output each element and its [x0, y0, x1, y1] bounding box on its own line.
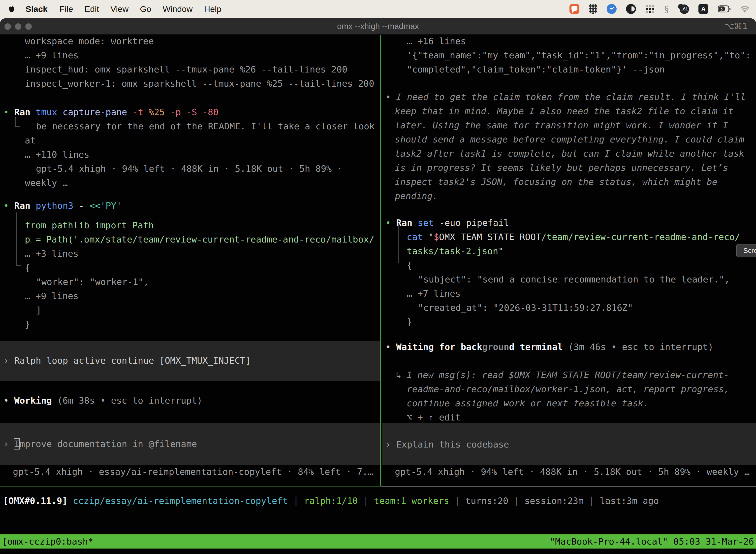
thinking-text: task2 after task1 is complete, but can I… — [395, 147, 744, 161]
model-status-left: gpt-5.4 xhigh · essay/ai-reimplementatio… — [13, 465, 373, 479]
run-bullet-icon: • — [3, 201, 9, 211]
battery-icon[interactable] — [718, 5, 731, 12]
window-title: omx --xhigh --madmax — [0, 18, 756, 34]
prompt-input-right[interactable]: › Explain this codebase — [385, 437, 509, 451]
output-elbow — [15, 117, 20, 127]
omx-ralph-count: ralph:1/10 — [304, 496, 358, 506]
arrow-icon: ↳ — [396, 370, 406, 380]
activity-badge-icon[interactable] — [607, 4, 617, 14]
output-elbow — [398, 224, 402, 263]
terminal-line: inspect_hud: omx sparkshell --tmux-pane … — [25, 62, 347, 76]
keyboard-layout-icon[interactable]: A — [698, 4, 708, 14]
omx-turns: turns:20 — [465, 496, 508, 506]
terminal-line: workspace_mode: worktree — [25, 34, 154, 48]
terminal-line: … +9 lines — [25, 48, 79, 62]
run-bullet-icon: • — [3, 107, 9, 117]
dots-grid-icon[interactable] — [645, 4, 655, 14]
omx-status-line: [OMX#0.11.9] cczip/essay/ai-reimplementa… — [3, 494, 659, 508]
menu-item-go[interactable]: Go — [134, 4, 157, 14]
menu-item-file[interactable]: File — [54, 4, 79, 14]
terminal-line: '{"team_name":"my-team","task_id":"1","f… — [407, 48, 751, 62]
terminal-line: gpt-5.4 xhigh · 94% left · 488K in · 5.1… — [36, 162, 342, 176]
cat-command: cat "$OMX_TEAM_STATE_ROOT/team/review-cu… — [407, 230, 740, 244]
squiggle-icon[interactable]: § — [664, 4, 669, 14]
tmux-host-clock: "MacBook-Pro-44.local" 05:03 31-Mar-26 — [550, 535, 754, 549]
pie-menu-icon[interactable] — [626, 4, 636, 14]
model-status-right: gpt-5.4 xhigh · 94% left · 488K in · 5.1… — [395, 465, 750, 479]
menu-bar: Slack File Edit View Go Window Help § ..… — [0, 0, 756, 18]
prompt-input-left[interactable]: › Improve documentation in @filename — [3, 437, 197, 451]
status-bullet-icon: • — [3, 395, 14, 405]
thinking-text: should send a message before completing … — [395, 132, 744, 147]
thinking-text: keep that in mind. Maybe I also need the… — [395, 104, 734, 118]
screen: { "menubar": { "items": ["Slack","File",… — [0, 0, 756, 554]
prompt-chevron-icon: › — [3, 355, 14, 366]
screen-tooltip: Scre — [736, 244, 756, 258]
prompt-chevron-icon: › — [3, 439, 14, 449]
mailbox-message: readme-and-reco/mailbox/worker-1.json, a… — [407, 382, 729, 396]
window-titlebar[interactable]: omx --xhigh --madmax ⌥⌘1 — [0, 18, 756, 35]
pane-border-right — [381, 486, 756, 487]
tmux-window-label[interactable]: [omx-cczip0:bash* — [2, 535, 93, 549]
menu-item-slack[interactable]: Slack — [19, 4, 54, 14]
thinking-text: pending. — [395, 189, 438, 203]
menu-item-edit[interactable]: Edit — [79, 4, 105, 14]
terminal-line: "created_at": "2026-03-31T11:59:27.816Z" — [418, 300, 633, 315]
ran-tmux-command: • Ran tmux capture-pane -t %25 -p -S -80 — [3, 105, 218, 119]
terminal-line: { — [25, 261, 30, 275]
omx-project-path: cczip/essay/ai-reimplementation-copyleft — [67, 496, 288, 506]
edit-hint: ⌥ + ↑ edit — [407, 410, 460, 425]
terminal-line: from pathlib import Path — [25, 218, 154, 232]
terminal-line: at — [25, 133, 36, 148]
pane-divider[interactable] — [380, 35, 381, 486]
apple-menu-icon[interactable] — [7, 5, 16, 13]
status-bullet-icon: • — [385, 92, 396, 102]
menu-item-view[interactable]: View — [105, 4, 134, 14]
terminal-line: be necessary for the end of the README. … — [36, 119, 375, 133]
mailbox-message: ↳ 1 new msg(s): read $OMX_TEAM_STATE_ROO… — [396, 368, 729, 382]
text-cursor: I — [14, 439, 19, 449]
working-status: • Working (6m 38s • esc to interrupt) — [3, 393, 202, 407]
omx-team-workers: team:1 workers — [374, 496, 449, 506]
run-bullet-icon: • — [385, 218, 391, 228]
terminal-line: } — [25, 317, 30, 331]
terminal-line: p = Path('.omx/state/team/review-current… — [25, 232, 374, 246]
count-badge[interactable]: ..61 — [678, 4, 689, 14]
waiting-status: • Waiting for background terminal (3m 46… — [385, 340, 713, 354]
ran-set-command: • Ran set -euo pipefail — [385, 216, 509, 230]
terminal-line: { — [407, 258, 412, 272]
terminal-line: weekly … — [25, 176, 68, 190]
terminal-line: … +9 lines — [25, 289, 79, 303]
terminal-line: … +16 lines — [407, 34, 466, 48]
status-bullet-icon: • — [385, 342, 396, 352]
menu-item-window[interactable]: Window — [157, 4, 198, 14]
ran-python-command: • Ran python3 - <<'PY' — [3, 199, 122, 213]
terminal-window: omx --xhigh --madmax ⌥⌘1 workspace_mode:… — [0, 18, 756, 554]
terminal-line: "subject": "send a concise recommendatio… — [418, 272, 730, 286]
thinking-text: inspect task2's JSON, focusing on the st… — [395, 175, 717, 189]
messages-icon[interactable] — [569, 4, 579, 14]
terminal-line: "worker": "worker-1", — [36, 275, 149, 289]
pane-border-left — [0, 486, 381, 487]
output-elbow — [16, 213, 20, 266]
ralph-loop-status: › Ralph loop active continue [OMX_TMUX_I… — [3, 353, 251, 368]
shield-grid-icon[interactable] — [589, 4, 597, 14]
thinking-text: • I need to get the claim token from the… — [385, 90, 746, 104]
terminal-line: … +3 lines — [25, 246, 79, 261]
terminal-line: } — [407, 315, 412, 329]
omx-session: session:23m — [524, 496, 583, 506]
wifi-icon[interactable] — [740, 5, 750, 13]
terminal-line: … +110 lines — [25, 148, 89, 162]
prompt-chevron-icon: › — [385, 439, 396, 449]
terminal-line: "completed","claim_token":"claim-token"}… — [407, 62, 665, 76]
menu-item-help[interactable]: Help — [198, 4, 227, 14]
mailbox-message: continue assigned work or next feasible … — [407, 396, 649, 410]
omx-version: [OMX#0.11.9] — [3, 496, 67, 506]
terminal-line: ] — [36, 303, 42, 317]
omx-last-activity: last:3m ago — [600, 496, 659, 506]
tmux-status-bar: [omx-cczip0:bash* "MacBook-Pro-44.local"… — [0, 535, 756, 549]
window-shortcut: ⌥⌘1 — [725, 18, 748, 34]
terminal-line: inspect_worker-1: omx sparkshell --tmux-… — [25, 76, 374, 91]
cat-command: tasks/task-2.json" — [407, 244, 504, 258]
thinking-text: later. Using the same for transition mig… — [395, 118, 728, 132]
